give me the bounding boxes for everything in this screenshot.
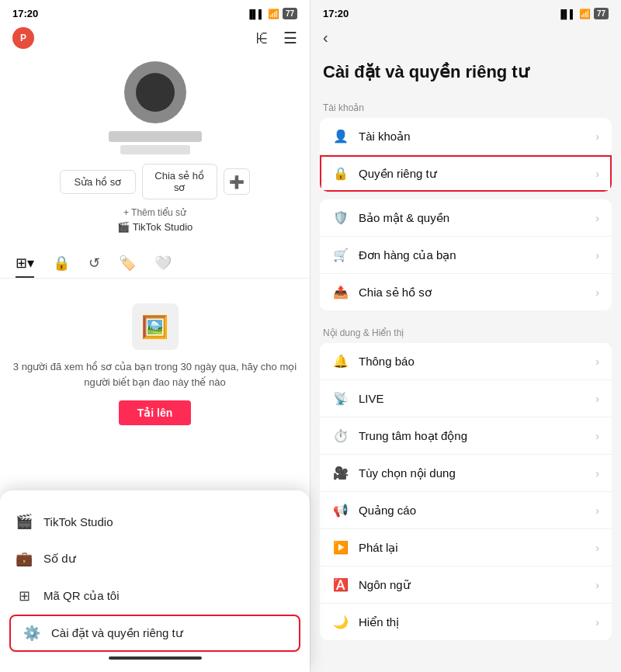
display-icon: 🌙 — [332, 615, 349, 629]
left-status-icons: ▐▌▌ 📶 77 — [246, 8, 297, 19]
ads-chevron: › — [595, 504, 599, 517]
section-label-account: Tài khoản — [310, 93, 621, 118]
upload-button[interactable]: Tải lên — [119, 400, 192, 425]
handle-blur — [120, 145, 190, 154]
settings-item-security[interactable]: 🛡️ Bảo mật & quyền › — [320, 199, 612, 237]
hamburger-icon[interactable]: ☰ — [283, 29, 297, 47]
edit-profile-button[interactable]: Sửa hồ sơ — [60, 170, 135, 194]
profile-view-area: 🖼️ 3 người đã xem hồ sơ của bạn trong 30… — [0, 291, 310, 438]
studio-label: TikTok Studio — [133, 221, 193, 233]
security-chevron: › — [595, 212, 599, 224]
menu-item-settings[interactable]: ⚙️ Cài đặt và quyền riêng tư — [9, 615, 300, 652]
orders-icon: 🛒 — [332, 248, 349, 262]
settings-item-notifications[interactable]: 🔔 Thông báo › — [320, 343, 612, 380]
share-profile-button[interactable]: Chia sẻ hồ sơ — [142, 164, 217, 199]
signal-icon: ▐▌▌ — [246, 9, 264, 19]
replay-label: Phát lại — [359, 541, 595, 555]
display-chevron: › — [595, 616, 599, 629]
studio-icon: 🎬 — [117, 221, 130, 233]
account-icon: 👤 — [332, 129, 349, 144]
profile-avatar-small: P — [12, 27, 34, 49]
right-battery: 77 — [594, 8, 609, 19]
ads-icon: 📢 — [332, 503, 349, 518]
profile-header: P ꀘ ☰ — [0, 24, 310, 55]
left-time: 17:20 — [12, 8, 38, 19]
page-title: Cài đặt và quyền riêng tư — [310, 56, 621, 93]
left-status-bar: 17:20 ▐▌▌ 📶 77 — [0, 0, 310, 24]
notifications-icon: 🔔 — [332, 354, 349, 369]
settings-item-privacy[interactable]: 🔒 Quyền riêng tư › — [320, 155, 612, 192]
settings-group-account: 👤 Tài khoản › 🔒 Quyền riêng tư › — [320, 118, 612, 192]
right-status-bar: 17:20 ▐▌▌ 📶 77 — [310, 0, 621, 24]
action-buttons: Sửa hồ sơ Chia sẻ hồ sơ ➕ — [47, 164, 262, 199]
security-label: Bảo mật & quyền — [359, 211, 595, 225]
tab-lock[interactable]: 🔒 — [53, 250, 70, 278]
settings-item-live[interactable]: 📡 LIVE › — [320, 380, 612, 417]
content-options-icon: 🎥 — [332, 466, 349, 480]
menu-item-studio[interactable]: 🎬 TikTok Studio — [0, 503, 310, 540]
menu-item-balance[interactable]: 💼 Số dư — [0, 540, 310, 577]
tab-heart[interactable]: 🤍 — [154, 250, 172, 278]
dual-sim-icon: ꀘ — [254, 28, 271, 48]
right-nav: ‹ — [310, 24, 621, 56]
security-icon: 🛡️ — [332, 210, 349, 225]
add-friend-button[interactable]: ➕ — [224, 168, 250, 195]
balance-icon: 💼 — [16, 550, 33, 567]
settings-group-security: 🛡️ Bảo mật & quyền › 🛒 Đơn hàng của bạn … — [320, 199, 612, 310]
settings-item-share-profile[interactable]: 📤 Chia sẻ hồ sơ › — [320, 274, 612, 310]
activity-icon: ⏱️ — [332, 428, 349, 443]
tab-grid[interactable]: ⊞▾ — [16, 250, 34, 278]
share-profile-label: Chia sẻ hồ sơ — [359, 286, 595, 300]
activity-label: Trung tâm hoạt động — [359, 429, 595, 443]
menu-label-balance: Số dư — [43, 552, 76, 566]
studio-row: 🎬 TikTok Studio — [117, 221, 193, 233]
avatar — [124, 61, 186, 123]
settings-item-account[interactable]: 👤 Tài khoản › — [320, 118, 612, 155]
back-button[interactable]: ‹ — [323, 29, 328, 46]
settings-item-language[interactable]: 🅰️ Ngôn ngữ › — [320, 566, 612, 604]
settings-content: Tài khoản 👤 Tài khoản › 🔒 Quyền riêng tư… — [310, 93, 621, 672]
privacy-chevron: › — [595, 168, 599, 180]
settings-menu-icon: ⚙️ — [23, 625, 40, 642]
settings-item-replay[interactable]: ▶️ Phát lại › — [320, 529, 612, 566]
settings-item-ads[interactable]: 📢 Quảng cáo › — [320, 492, 612, 529]
privacy-label: Quyền riêng tư — [359, 167, 595, 181]
language-label: Ngôn ngữ — [359, 578, 595, 592]
right-wifi-icon: 📶 — [579, 9, 591, 19]
view-text: 3 người đã xem hồ sơ của bạn trong 30 ng… — [12, 359, 297, 390]
notifications-chevron: › — [595, 355, 599, 368]
username-blur — [109, 131, 202, 142]
avatar-area: Sửa hồ sơ Chia sẻ hồ sơ ➕ + Thêm tiểu sử… — [0, 55, 310, 250]
settings-item-orders[interactable]: 🛒 Đơn hàng của bạn › — [320, 237, 612, 274]
share-profile-icon: 📤 — [332, 285, 349, 300]
wifi-icon: 📶 — [268, 9, 279, 19]
menu-label-studio: TikTok Studio — [43, 515, 113, 528]
settings-item-activity[interactable]: ⏱️ Trung tâm hoạt động › — [320, 417, 612, 455]
bottom-menu: 🎬 TikTok Studio 💼 Số dư ⊞ Mã QR của tôi … — [0, 490, 310, 672]
content-options-chevron: › — [595, 467, 599, 480]
left-panel: 17:20 ▐▌▌ 📶 77 P ꀘ ☰ Sửa hồ sơ Chia sẻ h… — [0, 0, 310, 672]
studio-menu-icon: 🎬 — [16, 513, 33, 530]
add-bio-text[interactable]: + Thêm tiểu sử — [123, 207, 186, 218]
live-chevron: › — [595, 393, 599, 405]
replay-chevron: › — [595, 542, 599, 554]
right-time: 17:20 — [323, 8, 349, 19]
notifications-label: Thông báo — [359, 355, 595, 368]
ads-label: Quảng cáo — [359, 504, 595, 518]
nav-tabs: ⊞▾ 🔒 ↺ 🏷️ 🤍 — [0, 250, 310, 279]
account-label: Tài khoản — [359, 130, 595, 144]
account-chevron: › — [595, 130, 599, 143]
menu-item-qr[interactable]: ⊞ Mã QR của tôi — [0, 577, 310, 615]
display-label: Hiển thị — [359, 615, 595, 629]
orders-chevron: › — [595, 249, 599, 262]
replay-icon: ▶️ — [332, 540, 349, 555]
settings-item-display[interactable]: 🌙 Hiển thị › — [320, 604, 612, 640]
right-panel: 17:20 ▐▌▌ 📶 77 ‹ Cài đặt và quyền riêng … — [310, 0, 621, 672]
avatar-inner — [136, 73, 175, 112]
tab-repost[interactable]: ↺ — [88, 250, 100, 278]
orders-label: Đơn hàng của bạn — [359, 248, 595, 262]
menu-label-settings: Cài đặt và quyền riêng tư — [51, 626, 183, 640]
tab-tag[interactable]: 🏷️ — [119, 250, 136, 278]
settings-item-content-options[interactable]: 🎥 Tùy chọn nội dung › — [320, 455, 612, 492]
language-icon: 🅰️ — [332, 577, 349, 592]
